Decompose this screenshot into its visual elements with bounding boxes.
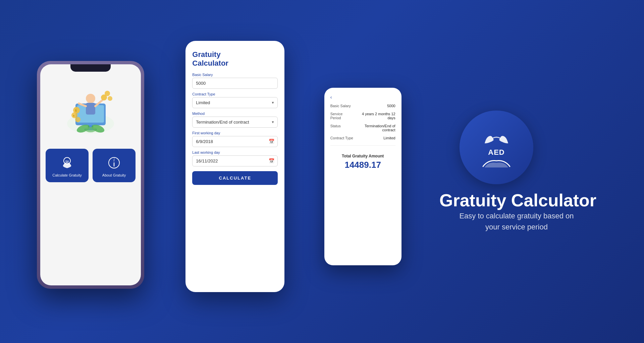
phone3-body: ‹ Basic Salary 5000 Service Period 4 yea… — [324, 88, 401, 265]
contract-type-select[interactable]: Limited Unlimited — [192, 97, 278, 108]
about-gratuity-label: About Gratuity — [102, 173, 126, 178]
right-main-title: Gratuity Calculator — [439, 191, 596, 210]
first-working-day-label: First working day — [192, 131, 278, 135]
contract-type-label: Contract Type — [192, 92, 278, 96]
info-icon: i — [107, 155, 121, 170]
result-service-period-label: Service Period — [330, 112, 354, 120]
result-contract-type: Contract Type Limited — [330, 136, 395, 140]
phone1-body: $ $ — [37, 61, 144, 289]
first-working-day-date-wrap: 📅 — [192, 136, 278, 147]
basic-salary-label: Basic Salary — [192, 73, 278, 77]
total-gratuity-amount: 14489.17 — [330, 160, 395, 170]
svg-text:$: $ — [73, 114, 75, 117]
contract-type-chevron-icon: ▼ — [271, 101, 274, 105]
svg-point-5 — [86, 94, 95, 103]
dh-coin-icon: DH — [60, 155, 74, 170]
total-section: Total Gratuity Amount 14489.17 — [330, 154, 395, 170]
method-chevron-icon: ▼ — [271, 120, 274, 124]
svg-point-13 — [105, 91, 110, 96]
method-select-wrap: Termination/End of contract Resignation … — [192, 117, 278, 128]
result-service-period: Service Period 4 years 2 months 12 days — [330, 112, 395, 120]
back-button[interactable]: ‹ — [330, 94, 395, 100]
right-text-block: Gratuity Calculator Easy to calculate gr… — [439, 191, 596, 232]
svg-text:i: i — [113, 157, 115, 162]
basic-salary-field: Basic Salary — [192, 73, 278, 89]
method-select[interactable]: Termination/End of contract Resignation … — [192, 117, 278, 128]
phone1-screen: $ $ — [40, 64, 141, 285]
result-status-label: Status — [330, 124, 341, 132]
phone1-wrapper: $ $ — [37, 61, 151, 295]
phone2-body: Basic Salary Gratuity Calculator Basic S… — [185, 41, 284, 292]
phone3-wrapper: ‹ Basic Salary 5000 Service Period 4 yea… — [324, 88, 405, 275]
result-contract-type-value: Limited — [383, 136, 395, 140]
last-working-day-field: Last working day 📅 — [192, 150, 278, 166]
result-basic-salary-value: 5000 — [387, 104, 395, 108]
aed-logo-circle: AED — [460, 111, 533, 184]
main-scene: $ $ — [37, 21, 607, 322]
svg-text:$: $ — [75, 109, 76, 112]
calculate-gratuity-label: Calculate Gratuity — [52, 173, 82, 178]
form-title-line2: Calculator — [192, 59, 228, 67]
phone2-wrapper: Basic Salary Gratuity Calculator Basic S… — [185, 41, 289, 302]
result-basic-salary: Basic Salary 5000 — [330, 104, 395, 108]
result-contract-type-label: Contract Type — [330, 136, 353, 140]
result-basic-salary-label: Basic Salary — [330, 104, 351, 108]
aed-inner: AED — [481, 127, 512, 168]
result-status: Status Termination/End of contract — [330, 124, 395, 132]
form-title: Basic Salary Gratuity Calculator — [192, 50, 278, 68]
basic-salary-input[interactable] — [192, 78, 278, 89]
svg-point-11 — [75, 117, 80, 122]
calculate-button[interactable]: CALCULATE — [192, 171, 278, 185]
first-working-day-input[interactable] — [192, 136, 278, 147]
home-illustration: $ $ — [60, 78, 121, 139]
svg-point-19 — [85, 127, 96, 132]
svg-text:DH: DH — [65, 160, 69, 162]
first-working-day-field: First working day 📅 — [192, 131, 278, 147]
contract-type-select-wrap: Limited Unlimited ▼ — [192, 97, 278, 108]
svg-rect-6 — [86, 103, 95, 115]
last-working-day-calendar-icon[interactable]: 📅 — [269, 158, 274, 163]
method-label: Method — [192, 112, 278, 116]
last-working-day-label: Last working day — [192, 150, 278, 154]
result-service-period-value: 4 years 2 months 12 days — [354, 112, 395, 120]
first-working-day-calendar-icon[interactable]: 📅 — [269, 139, 274, 144]
result-status-value: Termination/End of contract — [352, 124, 395, 132]
total-gratuity-label: Total Gratuity Amount — [330, 154, 395, 158]
right-section: AED Gratuity Calculator Easy to calculat… — [439, 111, 607, 232]
right-subtitle: Easy to calculate gratuity based on your… — [439, 210, 594, 232]
phone1-buttons: DH Calculate Gratuity i — [40, 142, 141, 189]
last-working-day-input[interactable] — [192, 155, 278, 166]
form-title-line1: Gratuity — [192, 50, 220, 59]
about-gratuity-button[interactable]: i About Gratuity — [93, 149, 136, 182]
contract-type-field: Contract Type Limited Unlimited ▼ — [192, 92, 278, 108]
method-field: Method Termination/End of contract Resig… — [192, 112, 278, 128]
calculate-gratuity-button[interactable]: DH Calculate Gratuity — [46, 149, 89, 182]
aed-label: AED — [488, 148, 504, 157]
svg-point-14 — [108, 96, 112, 101]
result-divider — [330, 145, 395, 146]
last-working-day-date-wrap: 📅 — [192, 155, 278, 166]
phone1-notch — [70, 64, 111, 72]
